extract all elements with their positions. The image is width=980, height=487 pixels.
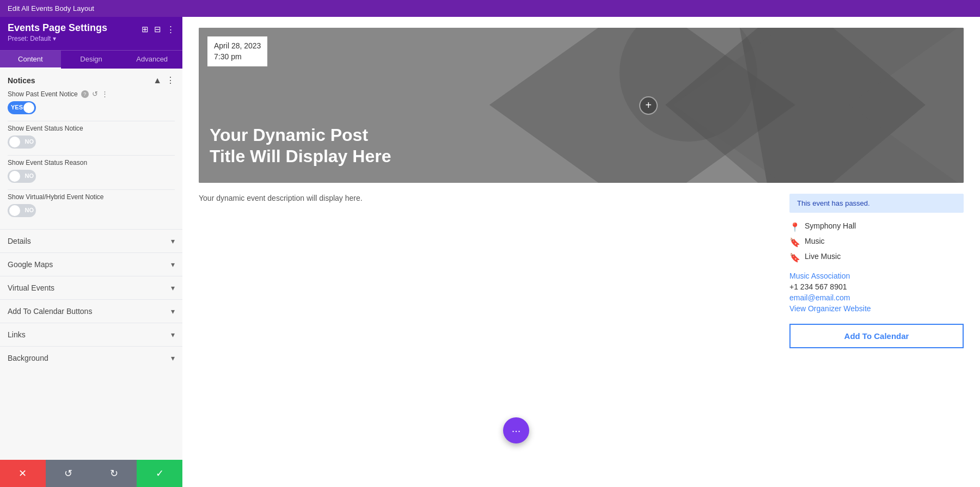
sidebar-preset[interactable]: Preset: Default ▾ [8,35,107,42]
background-title: Background [8,354,48,362]
google-maps-header[interactable]: Google Maps ▾ [0,253,182,276]
venue-item: 📍 Symphony Hall [789,221,964,232]
background-section: Background ▾ [0,346,182,369]
show-virtual-event-notice-row: Show Virtual/Hybrid Event Notice NO [8,193,175,217]
sidebar-content: Notices ▲ ⋮ Show Past Event Notice ? ↺ ⋮ [0,69,182,487]
show-event-status-notice-label: Show Event Status Notice [8,125,175,132]
event-status-reason-toggle[interactable]: NO [8,170,36,183]
past-event-toggle[interactable]: YES [8,101,36,114]
category-music-item: 🔖 Music [789,237,964,248]
notices-body: Show Past Event Notice ? ↺ ⋮ YES [0,90,182,229]
show-event-status-reason-label: Show Event Status Reason [8,159,175,167]
undo-button[interactable]: ↺ [46,460,91,487]
event-description: Your dynamic event description will disp… [199,194,773,202]
virtual-event-toggle[interactable]: NO [8,204,36,217]
add-to-calendar-button[interactable]: Add To Calendar [789,324,964,348]
organizer-phone: +1 234 567 8901 [789,282,964,291]
details-section: Details ▾ [0,229,182,252]
event-status-reason-toggle-wrapper: NO [8,170,175,183]
details-header[interactable]: Details ▾ [0,230,182,252]
organizer-name-link[interactable]: Music Association [789,272,964,280]
links-title: Links [8,330,26,339]
notices-controls: ▲ ⋮ [153,75,175,85]
more-options-icon[interactable]: ⋮ [167,24,175,34]
sidebar-tabs: Content Design Advanced [0,50,182,69]
restore-icon[interactable]: ⊞ [142,24,149,34]
date-badge: April 28, 2023 7:30 pm [207,36,267,66]
event-status-toggle[interactable]: NO [8,135,36,149]
notices-section-header: Notices ▲ ⋮ [0,69,182,90]
bottom-action-bar: ✕ ↺ ↻ ✓ [0,460,182,487]
category-live-music: Live Music [805,252,841,261]
virtual-events-section: Virtual Events ▾ [0,276,182,299]
show-event-status-reason-row: Show Event Status Reason NO [8,159,175,183]
save-button[interactable]: ✓ [137,460,182,487]
add-to-calendar-header[interactable]: Add To Calendar Buttons ▾ [0,300,182,323]
columns-icon[interactable]: ⊟ [154,24,161,34]
category-icon-2: 🔖 [789,252,800,263]
background-header[interactable]: Background ▾ [0,347,182,369]
event-main: Your dynamic event description will disp… [199,194,773,348]
top-bar-title: Edit All Events Body Layout [8,4,94,13]
add-to-calendar-section: Add To Calendar Buttons ▾ [0,299,182,323]
show-virtual-event-notice-label: Show Virtual/Hybrid Event Notice [8,193,175,201]
virtual-events-header[interactable]: Virtual Events ▾ [0,276,182,299]
past-event-more-icon[interactable]: ⋮ [101,90,108,98]
links-chevron: ▾ [171,330,175,339]
details-chevron: ▾ [171,237,175,245]
notices-collapse-btn[interactable]: ▲ [153,76,162,85]
organizer-email-link[interactable]: email@email.com [789,293,964,302]
event-content: Your dynamic event description will disp… [199,194,964,348]
category-icon-1: 🔖 [789,237,800,248]
top-bar: Edit All Events Body Layout [0,0,980,17]
virtual-events-chevron: ▾ [171,283,175,292]
sidebar-title: Events Page Settings [8,22,107,34]
event-status-toggle-wrapper: NO [8,135,175,149]
redo-button[interactable]: ↻ [91,460,137,487]
add-to-calendar-title: Add To Calendar Buttons [8,307,92,316]
links-section: Links ▾ [0,323,182,346]
category-livemusic-item: 🔖 Live Music [789,252,964,263]
virtual-events-title: Virtual Events [8,283,54,292]
tab-advanced[interactable]: Advanced [121,51,182,69]
fab-button[interactable]: ··· [503,417,529,443]
google-maps-title: Google Maps [8,260,53,269]
event-details-sidebar: This event has passed. 📍 Symphony Hall 🔖… [789,194,964,348]
past-event-notice: This event has passed. [789,194,964,213]
venue-name: Symphony Hall [805,221,856,230]
add-to-calendar-chevron: ▾ [171,307,175,316]
location-icon: 📍 [789,222,800,232]
background-chevron: ▾ [171,354,175,362]
details-title: Details [8,237,31,245]
google-maps-chevron: ▾ [171,260,175,269]
organizer-website-link[interactable]: View Organizer Website [789,304,964,313]
preview-area: April 28, 2023 7:30 pm Your Dynamic Post… [182,17,980,487]
sidebar: Events Page Settings Preset: Default ▾ ⊞… [0,17,182,487]
event-banner: April 28, 2023 7:30 pm Your Dynamic Post… [199,28,964,183]
notices-title: Notices [8,76,35,85]
event-date: April 28, 2023 [214,41,261,52]
add-content-button[interactable]: + [639,96,658,115]
google-maps-section: Google Maps ▾ [0,252,182,276]
show-event-status-notice-row: Show Event Status Notice NO [8,125,175,149]
notices-more-btn[interactable]: ⋮ [166,75,175,85]
cancel-button[interactable]: ✕ [0,460,46,487]
event-time: 7:30 pm [214,52,261,63]
tab-content[interactable]: Content [0,51,61,69]
past-event-help-icon[interactable]: ? [81,90,89,98]
category-music: Music [805,237,825,245]
show-past-event-notice-row: Show Past Event Notice ? ↺ ⋮ YES [8,90,175,114]
show-past-event-notice-label: Show Past Event Notice ? ↺ ⋮ [8,90,175,98]
organizer-section: Music Association +1 234 567 8901 email@… [789,272,964,313]
virtual-event-toggle-wrapper: NO [8,204,175,217]
sidebar-header: Events Page Settings Preset: Default ▾ ⊞… [0,17,182,46]
past-event-reset-icon[interactable]: ↺ [92,90,98,98]
tab-design[interactable]: Design [61,51,122,69]
past-event-toggle-wrapper: YES [8,101,175,114]
event-title-overlay: Your Dynamic Post Title Will Display Her… [210,125,400,167]
links-header[interactable]: Links ▾ [0,323,182,346]
